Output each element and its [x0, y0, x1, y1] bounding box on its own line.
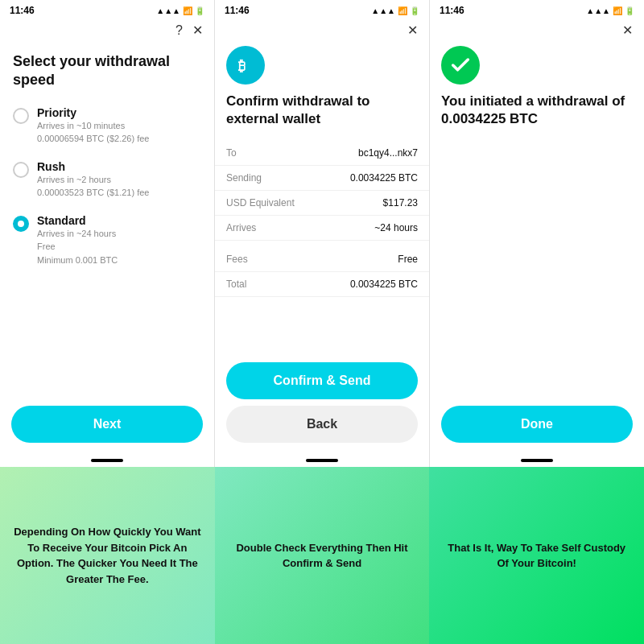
done-button[interactable]: Done [441, 406, 633, 443]
option-standard-text: Standard Arrives in ~24 hours Free Minim… [37, 214, 118, 267]
signal-icon-2: ▲▲▲ [371, 6, 395, 15]
annotation-panel-3: That Is It, Way To Take Self Custody Of … [429, 467, 644, 644]
radio-priority[interactable] [13, 108, 29, 124]
close-icon-2[interactable]: ✕ [407, 23, 418, 38]
detail-usd-label: USD Equivalent [226, 197, 295, 208]
detail-sending-label: Sending [226, 172, 262, 184]
annotation-text-1: Depending On How Quickly You Want To Rec… [11, 524, 204, 587]
status-bar-3: 11:46 ▲▲▲ 📶 🔋 [430, 0, 644, 19]
wifi-icon-3: 📶 [613, 6, 622, 15]
fees-section: Fees Free Total 0.0034225 BTC [215, 247, 429, 297]
detail-arrives: Arrives ~24 hours [215, 216, 429, 241]
screen3-bottom: Done [430, 398, 644, 456]
success-icon-circle [441, 46, 480, 85]
checkmark-svg [449, 54, 472, 76]
close-icon-1[interactable]: ✕ [192, 23, 203, 38]
radio-standard-inner [18, 221, 24, 227]
option-rush-name: Rush [37, 160, 149, 173]
option-rush-text: Rush Arrives in ~2 hours 0.00003523 BTC … [37, 160, 149, 200]
status-icons-2: ▲▲▲ 📶 🔋 [371, 6, 419, 15]
option-priority-name: Priority [37, 106, 149, 119]
detail-fees-value: Free [398, 254, 418, 265]
battery-icon-3: 🔋 [625, 6, 634, 15]
option-priority[interactable]: Priority Arrives in ~10 minutes 0.000065… [13, 106, 201, 146]
screen1-bottom: Next [0, 398, 214, 456]
detail-fees-label: Fees [226, 254, 248, 265]
svg-text:₿: ₿ [238, 58, 246, 74]
screen-withdrawal-speed: 11:46 ▲▲▲ 📶 🔋 ? ✕ Select your withdrawal… [0, 0, 215, 467]
annotation-panel-2: Double Check Everything Then Hit Confirm… [215, 467, 430, 644]
next-button[interactable]: Next [11, 406, 203, 443]
annotation-text-3: That Is It, Way To Take Self Custody Of … [440, 540, 633, 572]
status-icons-3: ▲▲▲ 📶 🔋 [586, 6, 634, 15]
success-title: You initiated a withdrawal of 0.0034225 … [430, 93, 644, 128]
radio-standard[interactable] [13, 216, 29, 232]
option-standard-name: Standard [37, 214, 118, 227]
option-rush-detail1: Arrives in ~2 hours [37, 173, 149, 187]
radio-rush[interactable] [13, 162, 29, 178]
screen2-bottom: Confirm & Send Back [215, 354, 429, 456]
detail-total: Total 0.0034225 BTC [215, 272, 429, 297]
status-time-3: 11:46 [440, 5, 464, 16]
option-priority-text: Priority Arrives in ~10 minutes 0.000065… [37, 106, 149, 146]
option-rush-detail2: 0.00003523 BTC ($1.21) fee [37, 186, 149, 200]
option-priority-detail2: 0.00006594 BTC ($2.26) fee [37, 132, 149, 146]
screen1-title: Select your withdrawal speed [13, 52, 201, 90]
back-button[interactable]: Back [226, 406, 418, 443]
option-rush[interactable]: Rush Arrives in ~2 hours 0.00003523 BTC … [13, 160, 201, 200]
status-bar-1: 11:46 ▲▲▲ 📶 🔋 [0, 0, 214, 19]
annotation-panel-1: Depending On How Quickly You Want To Rec… [0, 467, 215, 644]
option-priority-detail1: Arrives in ~10 minutes [37, 119, 149, 133]
detail-sending-value: 0.0034225 BTC [350, 172, 418, 184]
option-standard-detail3: Minimum 0.001 BTC [37, 254, 118, 267]
detail-to-value: bc1qy4...nkx7 [358, 147, 418, 159]
detail-fees: Fees Free [215, 247, 429, 272]
home-indicator-3 [521, 459, 553, 462]
detail-arrives-label: Arrives [226, 222, 256, 233]
status-time-2: 11:46 [225, 5, 250, 16]
detail-total-label: Total [226, 279, 246, 290]
option-standard-detail1: Arrives in ~24 hours [37, 227, 118, 241]
annotation-text-2: Double Check Everything Then Hit Confirm… [226, 540, 419, 572]
status-bar-2: 11:46 ▲▲▲ 📶 🔋 [215, 0, 429, 19]
wifi-icon-2: 📶 [398, 6, 407, 15]
bitcoin-icon-circle: ₿ [226, 46, 265, 85]
wifi-icon: 📶 [183, 6, 192, 15]
option-standard-detail2: Free [37, 240, 118, 254]
detail-total-value: 0.0034225 BTC [350, 279, 418, 290]
status-icons-1: ▲▲▲ 📶 🔋 [156, 6, 204, 15]
help-icon[interactable]: ? [175, 23, 183, 38]
battery-icon: 🔋 [195, 6, 204, 15]
home-indicator-1 [91, 459, 123, 462]
home-indicator-2 [306, 459, 338, 462]
signal-icon-3: ▲▲▲ [586, 6, 610, 15]
top-bar-2: ✕ [215, 19, 429, 43]
detail-arrives-value: ~24 hours [374, 222, 418, 233]
screen-confirm-withdrawal: 11:46 ▲▲▲ 📶 🔋 ✕ ₿ Confirm withdrawal to … [215, 0, 430, 467]
screen-withdrawal-success: 11:46 ▲▲▲ 📶 🔋 ✕ You initiated a withdraw… [430, 0, 644, 467]
option-standard[interactable]: Standard Arrives in ~24 hours Free Minim… [13, 214, 201, 267]
annotations-row: Depending On How Quickly You Want To Rec… [0, 467, 644, 644]
status-time-1: 11:46 [10, 5, 35, 16]
confirm-send-button[interactable]: Confirm & Send [226, 362, 418, 399]
confirm-title: Confirm withdrawal to external wallet [215, 93, 429, 128]
detail-to-label: To [226, 147, 237, 159]
screen1-content: Select your withdrawal speed Priority Ar… [0, 43, 214, 398]
top-bar-3: ✕ [430, 19, 644, 43]
detail-usd-value: $117.23 [383, 197, 418, 208]
battery-icon-2: 🔋 [410, 6, 419, 15]
detail-to: To bc1qy4...nkx7 [215, 141, 429, 166]
detail-usd: USD Equivalent $117.23 [215, 191, 429, 216]
bitcoin-svg: ₿ [235, 55, 256, 76]
detail-sending: Sending 0.0034225 BTC [215, 166, 429, 191]
close-icon-3[interactable]: ✕ [622, 23, 633, 38]
top-bar-1: ? ✕ [0, 19, 214, 43]
signal-icon: ▲▲▲ [156, 6, 180, 15]
